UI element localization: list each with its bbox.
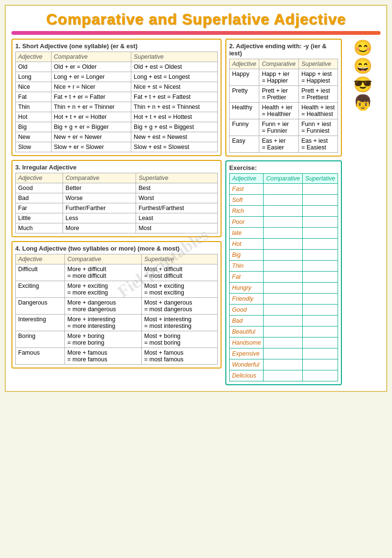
exercise-cell-sup bbox=[303, 294, 338, 305]
exercise-table: Adjective Comparative Superlative FastSo… bbox=[229, 173, 338, 381]
exercise-cell-comp bbox=[264, 184, 303, 195]
table-cell: Healthy bbox=[230, 103, 259, 119]
table-cell: Slow + er = Slower bbox=[51, 142, 131, 152]
table-cell: Old + er = Older bbox=[51, 62, 131, 72]
table-cell: Fat + t + er = Fatter bbox=[51, 92, 131, 102]
exercise-cell-adj: Beautiful bbox=[230, 326, 264, 337]
exercise-cell-adj: Fast bbox=[230, 184, 264, 195]
table-cell: Thin bbox=[16, 102, 52, 112]
exercise-cell-comp bbox=[264, 348, 303, 359]
exercise-cell-adj: Fat bbox=[230, 272, 264, 283]
table-cell: Most + famous = most famous bbox=[141, 348, 217, 365]
table-row: HealthyHealth + ier = HealthierHealth + … bbox=[230, 103, 338, 119]
table-row: Beautiful bbox=[230, 326, 338, 337]
exercise-cell-adj: Poor bbox=[230, 217, 264, 228]
table-row: NewNew + er = NewerNew + est = Newest bbox=[16, 132, 218, 142]
table-cell: Prett + ier = Prettier bbox=[259, 86, 299, 103]
s3-col-adj: Adjective bbox=[16, 173, 63, 183]
table-row: Fat bbox=[230, 272, 338, 283]
table-cell: Furthest/Farthest bbox=[136, 203, 218, 213]
table-cell: Big + g + est = Biggest bbox=[131, 122, 218, 132]
exercise-cell-adj: Expensive bbox=[230, 348, 264, 359]
table-row: Friendly bbox=[230, 294, 338, 305]
table-cell: Long + er = Longer bbox=[51, 72, 131, 82]
exercise-cell-comp bbox=[264, 217, 303, 228]
table-row: NiceNice + r = NicerNice + st = Nicest bbox=[16, 82, 218, 92]
table-row: DangerousMore + dangerous = more dangero… bbox=[16, 298, 218, 315]
table-cell: Hot bbox=[16, 112, 52, 122]
exercise-cell-comp bbox=[264, 294, 303, 305]
table-cell: Big bbox=[16, 122, 52, 132]
table-cell: Bad bbox=[16, 193, 63, 203]
table-row: PrettyPrett + ier = PrettierPrett + iest… bbox=[230, 86, 338, 103]
table-row: EasyEas + ier = EasierEas + iest = Easie… bbox=[230, 136, 338, 153]
section2-table: Adjective Comparative Superlative HappyH… bbox=[229, 59, 338, 153]
s1-col-adj: Adjective bbox=[16, 52, 52, 62]
table-cell: Old bbox=[16, 62, 52, 72]
table-row: ThinThin + n + er = ThinnerThin + n + es… bbox=[16, 102, 218, 112]
table-row: Delicious bbox=[230, 370, 338, 381]
table-row: DifficultMore + difficult = more difficu… bbox=[16, 264, 218, 281]
ex-col-comp: Comparative bbox=[264, 174, 303, 184]
table-row: Wonderful bbox=[230, 359, 338, 370]
exercise-cell-comp bbox=[264, 261, 303, 272]
table-row: InterestingMore + interesting = more int… bbox=[16, 315, 218, 331]
table-cell: Most + exciting = most exciting bbox=[141, 281, 217, 298]
table-cell: More + famous = more famous bbox=[64, 348, 141, 365]
table-cell: Thin + n + er = Thinner bbox=[51, 102, 131, 112]
table-row: FamousMore + famous = more famousMost + … bbox=[16, 348, 218, 365]
exercise-cell-comp bbox=[264, 283, 303, 294]
table-cell: Hot + t + er = Hotter bbox=[51, 112, 131, 122]
s4-col-adj: Adjective bbox=[16, 254, 65, 264]
exercise-cell-comp bbox=[264, 195, 303, 206]
s3-col-comp: Comparative bbox=[63, 173, 136, 183]
table-cell: Happ + ier = Happier bbox=[259, 69, 299, 86]
table-row: OldOld + er = OlderOld + est = Oldest bbox=[16, 62, 218, 72]
table-row: Big bbox=[230, 250, 338, 261]
table-cell: New bbox=[16, 132, 52, 142]
table-cell: Thin + n + est = Thinnest bbox=[131, 102, 218, 112]
section4-title: 4. Long Adjective (two syllables or more… bbox=[15, 245, 218, 252]
table-row: FunnyFunn + ier = FunnierFunn + iest = F… bbox=[230, 119, 338, 136]
table-row: BadWorseWorst bbox=[16, 193, 218, 203]
section1-box: 1. Short Adjective (one syllable) (er & … bbox=[11, 39, 222, 156]
exercise-cell-adj: Thin bbox=[230, 261, 264, 272]
table-cell: Fat + t + est = Fattest bbox=[131, 92, 218, 102]
s2-col-adj: Adjective bbox=[230, 59, 259, 69]
exercise-cell-adj: Soft bbox=[230, 195, 264, 206]
section1-table: Adjective Comparative Superlative OldOld… bbox=[15, 52, 218, 152]
s1-col-sup: Superlative bbox=[131, 52, 218, 62]
table-row: HappyHapp + ier = HappierHapp + iest = H… bbox=[230, 69, 338, 86]
exercise-cell-adj: Hungry bbox=[230, 283, 264, 294]
exercise-cell-adj: late bbox=[230, 228, 264, 239]
table-cell: Big + g + er = Bigger bbox=[51, 122, 131, 132]
table-row: FatFat + t + er = FatterFat + t + est = … bbox=[16, 92, 218, 102]
table-cell: Most + difficult = most difficult bbox=[141, 264, 217, 281]
table-cell: Old + est = Oldest bbox=[131, 62, 218, 72]
table-cell: Dangerous bbox=[16, 298, 65, 315]
s4-col-sup: Superlative bbox=[141, 254, 217, 264]
exercise-cell-adj: Wonderful bbox=[230, 359, 264, 370]
title-underline bbox=[11, 31, 381, 35]
table-cell: More + dangerous = more dangerous bbox=[64, 298, 141, 315]
table-cell: Slow bbox=[16, 142, 52, 152]
exercise-box: Exercise: Adjective Comparative Superlat… bbox=[225, 160, 342, 385]
table-cell: Most + interesting = most interesting bbox=[141, 315, 217, 331]
exercise-cell-sup bbox=[303, 195, 338, 206]
table-cell: Further/Farther bbox=[63, 203, 136, 213]
table-cell: New + er = Newer bbox=[51, 132, 131, 142]
table-cell: Good bbox=[16, 183, 63, 193]
s1-col-comp: Comparative bbox=[51, 52, 131, 62]
exercise-cell-sup bbox=[303, 348, 338, 359]
table-cell: Eas + iest = Easiest bbox=[299, 136, 338, 153]
table-cell: Nice bbox=[16, 82, 52, 92]
exercise-cell-sup bbox=[303, 359, 338, 370]
exercise-cell-adj: Delicious bbox=[230, 370, 264, 381]
exercise-cell-comp bbox=[264, 316, 303, 326]
table-row: HotHot + t + er = HotterHot + t + est = … bbox=[16, 112, 218, 122]
exercise-cell-sup bbox=[303, 305, 338, 316]
table-cell: Hot + t + est = Hottest bbox=[131, 112, 218, 122]
table-row: Poor bbox=[230, 217, 338, 228]
table-row: Fast bbox=[230, 184, 338, 195]
table-cell: More + exciting = more exciting bbox=[64, 281, 141, 298]
